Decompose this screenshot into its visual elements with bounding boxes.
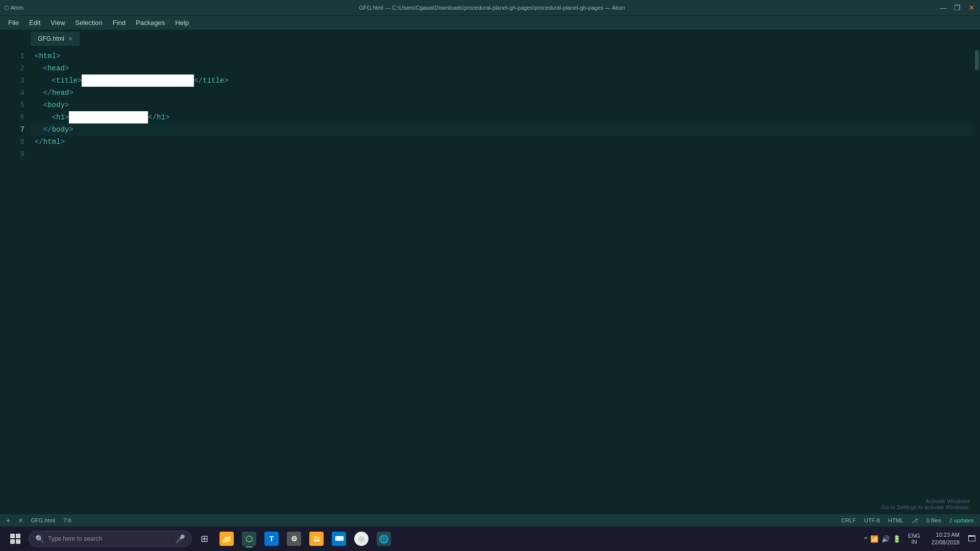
add-tab-button[interactable]: +: [6, 516, 10, 524]
minimize-button[interactable]: —: [939, 4, 947, 12]
clock[interactable]: 10:23 AM 22/08/2018: [927, 529, 964, 549]
status-bar-left: + × GFG.html 7:8: [6, 516, 71, 524]
tab-bar: GFG.html ×: [0, 30, 980, 46]
bracket-open-6b: </: [148, 111, 157, 123]
app-icon-label: ⬡ Atom: [4, 5, 45, 11]
files-count: 0 files: [926, 517, 941, 523]
chrome-icon-symbol: ◉: [358, 534, 365, 544]
close-button[interactable]: ✕: [968, 4, 976, 12]
activate-windows-line2: Go to Settings to activate Windows.: [881, 504, 970, 510]
folder-icon-symbol: 🗂: [313, 535, 320, 543]
code-line-9: [31, 148, 974, 160]
updates-count[interactable]: 2 updates: [949, 517, 974, 523]
tray-expand-icon[interactable]: ^: [864, 535, 867, 543]
code-editor[interactable]: <html> __<head> ____<title> </title> __<…: [31, 46, 974, 514]
line-num-4: 4: [20, 87, 24, 99]
line-num-6: 6: [20, 111, 24, 123]
tag-html-open: html: [39, 50, 56, 62]
bracket-open-4: </: [43, 87, 52, 99]
cursor-position: 7:8: [63, 517, 71, 523]
editor-tab[interactable]: GFG.html ×: [31, 32, 80, 46]
bracket-open-5: <: [43, 99, 47, 111]
menu-view[interactable]: View: [46, 18, 69, 28]
scrollbar[interactable]: [974, 46, 980, 514]
clock-time: 10:23 AM: [932, 531, 960, 539]
atom-icon-symbol: ⬡: [246, 534, 253, 544]
scrollbar-thumb[interactable]: [975, 50, 979, 70]
tag-title-open: title: [56, 74, 78, 87]
activate-windows-line1: Activate Windows: [881, 498, 970, 504]
menu-selection[interactable]: Selection: [71, 18, 106, 28]
menu-file[interactable]: File: [4, 18, 23, 28]
menu-help[interactable]: Help: [171, 18, 193, 28]
taskbar-search[interactable]: 🔍 Type here to search 🎤: [29, 531, 192, 547]
app-6-icon: 🌐: [377, 532, 391, 546]
bracket-open-3b: </: [194, 74, 203, 87]
bracket-open-8: </: [35, 136, 43, 148]
taskbar-left: 🔍 Type here to search 🎤 ⊞ 📁 ⬡ T ⚙: [4, 528, 394, 550]
vscode-icon[interactable]: ⌨: [329, 529, 349, 549]
task-view-icon: ⊞: [201, 533, 208, 544]
line-num-2: 2: [20, 62, 24, 74]
language-label: ENG: [908, 533, 920, 539]
code-line-5: __<body>: [31, 99, 974, 111]
code-line-6: ____<h1> </h1>: [31, 111, 974, 123]
line-num-7: 7: [20, 123, 24, 136]
line-ending[interactable]: CRLF: [841, 517, 856, 523]
status-filename: GFG.html: [31, 517, 55, 523]
activate-windows-watermark: Activate Windows Go to Settings to activ…: [881, 498, 970, 510]
windows-logo-icon: [10, 534, 20, 544]
code-line-2: __<head>: [31, 62, 974, 74]
bracket-close-6: >: [65, 111, 69, 123]
app-6-symbol: 🌐: [379, 534, 389, 544]
search-placeholder-text: Type here to search: [48, 535, 102, 542]
settings-icon[interactable]: ⚙: [284, 529, 304, 549]
settings-icon-symbol: ⚙: [291, 535, 298, 543]
code-line-7: __</body>: [31, 123, 974, 136]
clock-date: 22/08/2018: [932, 539, 960, 546]
encoding[interactable]: UTF-8: [864, 517, 880, 523]
bracket-open-6: <: [52, 111, 56, 123]
menu-packages[interactable]: Packages: [132, 18, 169, 28]
bracket-close-3b: >: [224, 74, 228, 87]
bracket-close-2: >: [65, 62, 69, 74]
file-manager-icon[interactable]: 🗂: [306, 529, 327, 549]
file-manager-app-icon: 🗂: [309, 532, 324, 546]
start-button[interactable]: [4, 528, 27, 550]
tag-title-close: title: [203, 74, 224, 87]
volume-icon[interactable]: 🔊: [881, 535, 890, 543]
atom-editor-icon[interactable]: ⬡: [239, 529, 259, 549]
menu-edit[interactable]: Edit: [25, 18, 44, 28]
task-view-button[interactable]: ⊞: [194, 529, 214, 549]
bracket-open-2: <: [43, 62, 47, 74]
file-explorer-icon[interactable]: 📁: [216, 529, 237, 549]
vscode-app-icon: ⌨: [332, 532, 346, 546]
tab-close-button[interactable]: ×: [68, 35, 72, 43]
chrome-app-icon: ◉: [354, 532, 369, 546]
title-selected-text: [82, 74, 194, 87]
app-icon-6[interactable]: 🌐: [374, 529, 394, 549]
text-icon-symbol: T: [270, 535, 274, 543]
grammar[interactable]: HTML: [888, 517, 903, 523]
code-line-3: ____<title> </title>: [31, 74, 974, 87]
notifications-icon[interactable]: 🗔: [968, 534, 976, 543]
close-tab-button[interactable]: ×: [18, 516, 22, 524]
menu-find[interactable]: Find: [109, 18, 130, 28]
search-icon: 🔍: [35, 535, 44, 543]
tab-label: GFG.html: [38, 35, 64, 42]
window-title: GFG.html — C:\Users\Cgawa\Downloads\proc…: [359, 5, 625, 11]
file-explorer-app-icon: 📁: [219, 532, 234, 546]
tag-body-close: body: [52, 123, 69, 136]
bracket-open-7: </: [43, 123, 52, 136]
language-indicator[interactable]: ENG IN: [905, 533, 923, 545]
bracket-open-3: <: [52, 74, 56, 87]
chrome-icon[interactable]: ◉: [351, 529, 372, 549]
tag-html-close: html: [43, 136, 61, 148]
status-bar-right: CRLF UTF-8 HTML ⎇ 0 files 2 updates: [841, 517, 974, 524]
taskbar-right: ^ 📶 🔊 🔋 ENG IN 10:23 AM 22/08/2018 🗔: [864, 529, 976, 549]
text-editor-icon[interactable]: T: [261, 529, 282, 549]
maximize-button[interactable]: ❐: [953, 4, 962, 12]
network-icon[interactable]: 📶: [870, 535, 878, 543]
tag-body-open: body: [47, 99, 65, 111]
battery-icon[interactable]: 🔋: [893, 535, 901, 543]
